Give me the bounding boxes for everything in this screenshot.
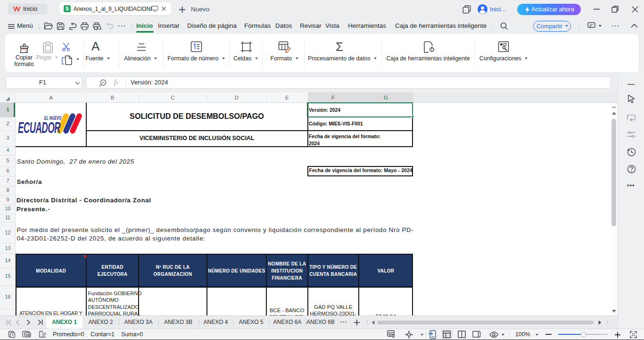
svg-text:ECUADOR: ECUADOR xyxy=(18,118,61,136)
svg-text:VB: VB xyxy=(25,332,31,337)
